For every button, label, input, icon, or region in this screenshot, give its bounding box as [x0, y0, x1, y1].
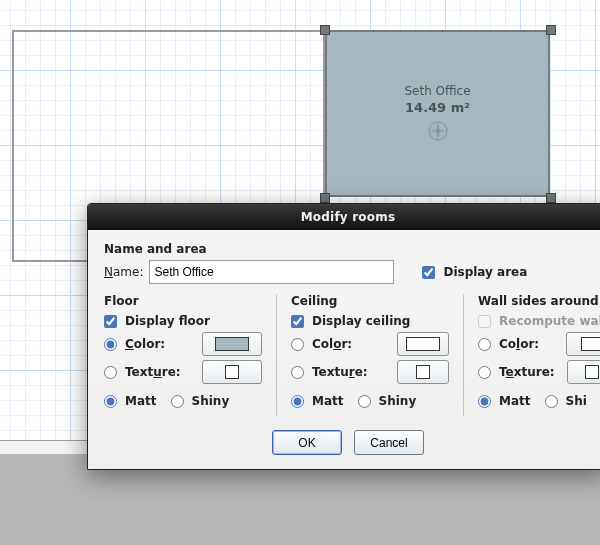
ceiling-texture-radio[interactable]	[291, 366, 304, 379]
walls-texture-button[interactable]	[567, 360, 600, 384]
room-area-label: 14.49 m²	[405, 100, 470, 115]
floor-title: Floor	[104, 294, 262, 308]
ceiling-matt-radio[interactable]	[291, 395, 304, 408]
floor-matt-radio[interactable]	[104, 395, 117, 408]
walls-texture-label: Texture:	[499, 365, 555, 379]
ceiling-matt-label: Matt	[312, 394, 344, 408]
compass-icon	[426, 119, 450, 143]
ceiling-title: Ceiling	[291, 294, 449, 308]
ceiling-texture-button[interactable]	[397, 360, 449, 384]
display-area-checkbox[interactable]	[422, 266, 435, 279]
display-floor-checkbox[interactable]	[104, 315, 117, 328]
walls-shiny-label: Shi	[566, 394, 587, 408]
walls-color-button[interactable]	[566, 332, 600, 356]
room-name-input[interactable]	[149, 260, 394, 284]
ceiling-shiny-radio[interactable]	[358, 395, 371, 408]
floor-shiny-radio[interactable]	[171, 395, 184, 408]
floor-color-label: Color:	[125, 337, 165, 351]
plan-room-selected[interactable]: Seth Office 14.49 m²	[325, 30, 550, 197]
walls-matt-radio[interactable]	[478, 395, 491, 408]
ceiling-texture-label: Texture:	[312, 365, 368, 379]
ceiling-shiny-label: Shiny	[379, 394, 417, 408]
display-ceiling-label: Display ceiling	[312, 314, 410, 328]
ok-button[interactable]: OK	[272, 430, 342, 455]
floor-texture-button[interactable]	[202, 360, 262, 384]
floor-shiny-label: Shiny	[192, 394, 230, 408]
resize-handle[interactable]	[320, 193, 330, 203]
cancel-button[interactable]: Cancel	[354, 430, 424, 455]
modify-rooms-dialog: Modify rooms Name and area Name: Display…	[87, 203, 600, 470]
floor-texture-radio[interactable]	[104, 366, 117, 379]
floor-matt-label: Matt	[125, 394, 157, 408]
walls-matt-label: Matt	[499, 394, 531, 408]
recompute-walls-label: Recompute walls	[499, 314, 600, 328]
floor-color-button[interactable]	[202, 332, 262, 356]
room-name-label: Seth Office	[404, 84, 470, 98]
floor-texture-label: Texture:	[125, 365, 181, 379]
section-name-area: Name and area	[104, 242, 592, 256]
recompute-walls-checkbox	[478, 315, 491, 328]
resize-handle[interactable]	[546, 193, 556, 203]
ceiling-color-radio[interactable]	[291, 338, 304, 351]
floor-color-radio[interactable]	[104, 338, 117, 351]
walls-texture-radio[interactable]	[478, 366, 491, 379]
display-floor-label: Display floor	[125, 314, 210, 328]
ceiling-color-button[interactable]	[397, 332, 449, 356]
resize-handle[interactable]	[546, 25, 556, 35]
name-label: Name:	[104, 265, 143, 279]
display-area-label: Display area	[443, 265, 527, 279]
dialog-title: Modify rooms	[301, 210, 396, 224]
resize-handle[interactable]	[320, 25, 330, 35]
dialog-titlebar[interactable]: Modify rooms	[88, 204, 600, 230]
walls-shiny-radio[interactable]	[545, 395, 558, 408]
ceiling-color-label: Color:	[312, 337, 352, 351]
walls-color-label: Color:	[499, 337, 539, 351]
walls-color-radio[interactable]	[478, 338, 491, 351]
walls-title: Wall sides around r	[478, 294, 600, 308]
display-ceiling-checkbox[interactable]	[291, 315, 304, 328]
